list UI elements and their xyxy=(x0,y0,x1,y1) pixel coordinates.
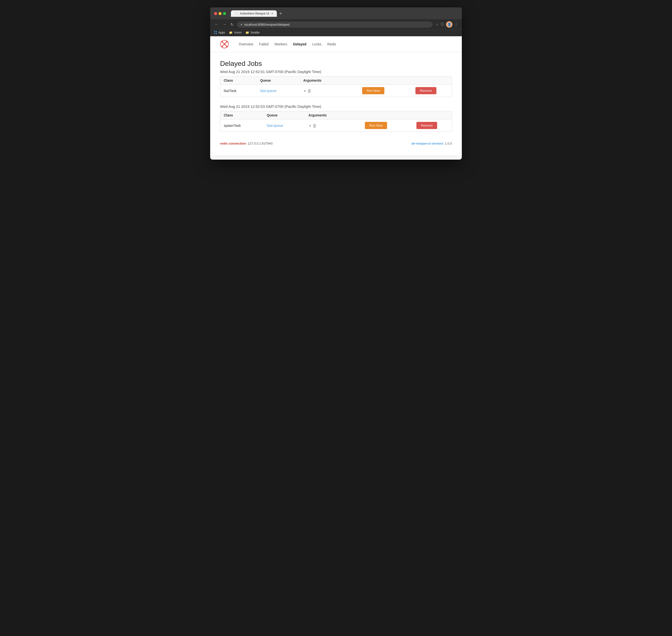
cell-run-1: Run Now xyxy=(347,85,400,97)
address-bar-row: ← → ↻ ● localhost:8080/resque#/delayed ☆… xyxy=(210,19,462,29)
col-arguments-2: Arguments xyxy=(305,111,350,119)
run-now-button-2[interactable]: Run Now xyxy=(365,122,387,129)
tab-title: ActionHero Resque UI xyxy=(240,12,269,15)
queue-link-1[interactable]: fast-queue xyxy=(260,89,277,93)
window-controls xyxy=(214,12,226,15)
nav-workers[interactable]: Workers xyxy=(275,42,288,46)
job-timestamp-1: Wed Aug 21 2019 12:52:01 GMT-0700 (Pacif… xyxy=(220,69,452,74)
arg-item-1: {} xyxy=(308,89,343,93)
job-table-2: Class Queue Arguments spawnTask fast-que… xyxy=(220,111,452,132)
remove-button-2[interactable]: Remove xyxy=(416,122,437,129)
table-header-row-1: Class Queue Arguments xyxy=(220,77,452,85)
page-title: Delayed Jobs xyxy=(220,60,452,67)
star-icon[interactable]: ☆ xyxy=(435,22,439,26)
table-row: fastTask fast-queue {} Run Now xyxy=(220,85,452,97)
title-bar: ActionHero Resque UI ✕ + xyxy=(210,7,462,19)
job-table-1: Class Queue Arguments fastTask fast-queu… xyxy=(220,76,452,97)
cell-class-2: spawnTask xyxy=(220,119,263,132)
lock-icon: ● xyxy=(240,23,242,26)
svg-point-6 xyxy=(226,41,228,42)
svg-point-8 xyxy=(226,46,228,47)
bookmark-voom[interactable]: 📁 Voom xyxy=(229,31,241,34)
url-display: localhost:8080/resque#/delayed xyxy=(244,23,429,26)
bookmarks-bar: Apps 📁 Voom 📁 Seattle xyxy=(210,29,462,36)
close-button[interactable] xyxy=(214,12,217,15)
col-action1-2 xyxy=(350,111,402,119)
version-info: ah-resque-ui version: 1.0.0 xyxy=(411,142,452,145)
reload-button[interactable]: ↻ xyxy=(230,22,234,27)
col-class-2: Class xyxy=(220,111,263,119)
cell-arguments-2: {} xyxy=(305,119,350,132)
apps-label: Apps xyxy=(218,31,225,34)
new-tab-button[interactable]: + xyxy=(278,11,283,17)
col-arguments-1: Arguments xyxy=(300,77,347,85)
apps-bookmark[interactable]: Apps xyxy=(214,31,225,34)
app-logo xyxy=(220,40,229,48)
redis-label: redis connection: xyxy=(220,142,247,145)
address-actions: ☆ ⓘ 👤 ⋮ xyxy=(435,21,458,28)
bookmark-seattle-label: Seattle xyxy=(251,31,259,34)
cell-queue-2: fast-queue xyxy=(263,119,305,132)
tab-close-icon[interactable]: ✕ xyxy=(271,12,273,15)
version-value: 1.0.0 xyxy=(445,142,452,145)
browser-tab[interactable]: ActionHero Resque UI ✕ xyxy=(231,11,277,17)
nav-delayed[interactable]: Delayed xyxy=(293,42,307,46)
info-icon[interactable]: ⓘ xyxy=(441,22,444,27)
job-timestamp-2: Wed Aug 21 2019 12:52:03 GMT-0700 (Pacif… xyxy=(220,104,452,108)
maximize-button[interactable] xyxy=(223,12,226,15)
folder-icon-seattle: 📁 xyxy=(245,31,249,34)
cell-remove-2: Remove xyxy=(402,119,452,132)
table-row: spawnTask fast-queue {} Run Now xyxy=(220,119,452,132)
folder-icon-voom: 📁 xyxy=(229,31,233,34)
cell-run-2: Run Now xyxy=(350,119,402,132)
svg-point-9 xyxy=(224,43,225,45)
cell-class-1: fastTask xyxy=(220,85,257,97)
page-body: Delayed Jobs Wed Aug 21 2019 12:52:01 GM… xyxy=(210,52,462,155)
col-action2-1 xyxy=(400,77,452,85)
bookmark-seattle[interactable]: 📁 Seattle xyxy=(245,31,259,34)
bookmark-voom-label: Voom xyxy=(234,31,241,34)
nav-links: Overview Failed Workers Delayed Locks Re… xyxy=(239,42,336,46)
footer-row: redis connection: 127.0.0.1:6379#0 ah-re… xyxy=(220,139,452,145)
col-queue-2: Queue xyxy=(263,111,305,119)
version-label: ah-resque-ui version: xyxy=(411,142,444,145)
run-now-button-1[interactable]: Run Now xyxy=(362,87,384,94)
table-header-row-2: Class Queue Arguments xyxy=(220,111,452,119)
browser-window: ActionHero Resque UI ✕ + ← → ↻ ● localho… xyxy=(210,7,462,160)
col-action2-2 xyxy=(402,111,452,119)
apps-grid-icon xyxy=(214,31,217,34)
nav-redis[interactable]: Redis xyxy=(328,42,336,46)
col-queue-1: Queue xyxy=(257,77,300,85)
profile-avatar[interactable]: 👤 xyxy=(446,21,452,28)
redis-value: 127.0.0.1:6379#0 xyxy=(248,142,273,145)
tab-favicon xyxy=(234,12,238,15)
forward-button[interactable]: → xyxy=(222,22,227,27)
nav-failed[interactable]: Failed xyxy=(259,42,269,46)
back-button[interactable]: ← xyxy=(214,22,219,27)
cell-arguments-1: {} xyxy=(300,85,347,97)
cell-queue-1: fast-queue xyxy=(257,85,300,97)
main-content: Overview Failed Workers Delayed Locks Re… xyxy=(210,36,462,160)
tab-bar: ActionHero Resque UI ✕ + xyxy=(231,11,283,17)
col-class-1: Class xyxy=(220,77,257,85)
address-box[interactable]: ● localhost:8080/resque#/delayed xyxy=(237,21,432,28)
cell-remove-1: Remove xyxy=(400,85,452,97)
nav-overview[interactable]: Overview xyxy=(239,42,253,46)
redis-connection: redis connection: 127.0.0.1:6379#0 xyxy=(220,142,273,145)
col-action1-1 xyxy=(347,77,400,85)
minimize-button[interactable] xyxy=(219,12,221,15)
svg-point-5 xyxy=(221,41,223,42)
job-section-2: Wed Aug 21 2019 12:52:03 GMT-0700 (Pacif… xyxy=(220,104,452,132)
menu-icon[interactable]: ⋮ xyxy=(454,22,458,26)
arg-item-2: {} xyxy=(313,124,347,127)
job-section-1: Wed Aug 21 2019 12:52:01 GMT-0700 (Pacif… xyxy=(220,69,452,97)
svg-point-7 xyxy=(221,46,223,47)
nav-locks[interactable]: Locks xyxy=(312,42,321,46)
remove-button-1[interactable]: Remove xyxy=(415,87,436,94)
queue-link-2[interactable]: fast-queue xyxy=(267,124,283,127)
app-header: Overview Failed Workers Delayed Locks Re… xyxy=(210,36,462,52)
